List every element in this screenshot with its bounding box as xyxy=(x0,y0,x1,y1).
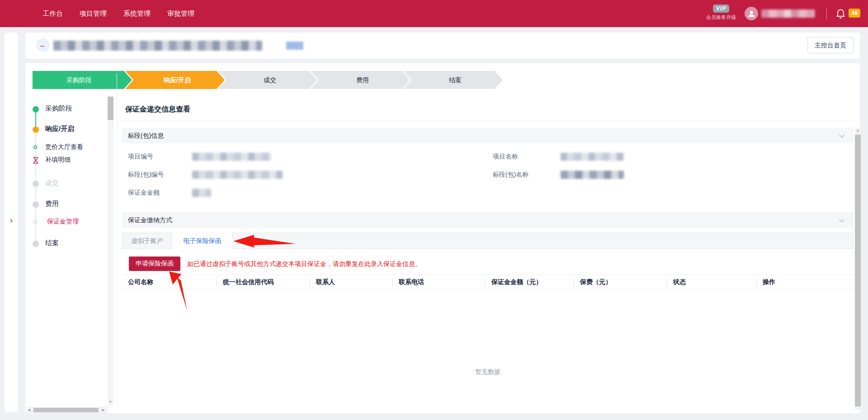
project-header-card: ← 主控台首页 xyxy=(25,33,860,59)
sidebar-horizontal-scroll-thumb[interactable] xyxy=(33,408,99,412)
left-collapse-strip: › xyxy=(5,33,18,412)
timeline-ring-bidding-hall xyxy=(33,145,37,149)
label-deposit-amount: 保证金金额 xyxy=(128,189,160,197)
console-home-button[interactable]: 主控台首页 xyxy=(807,37,854,53)
redacted-deposit-amount xyxy=(192,189,211,197)
sidebar-vertical-scroll-thumb[interactable] xyxy=(108,97,113,120)
step-response-open[interactable]: 响应/开启 xyxy=(125,71,225,89)
nav-divider xyxy=(826,7,827,20)
nav-item-workbench[interactable]: 工作台 xyxy=(42,9,63,18)
col-status: 状态 xyxy=(667,275,757,289)
redacted-project-tag xyxy=(286,42,303,50)
redacted-lot-name xyxy=(561,171,624,179)
sidebar-expand-icon[interactable]: › xyxy=(5,216,18,225)
step-deal[interactable]: 成交 xyxy=(218,71,317,89)
vip-icon: VIP xyxy=(713,5,729,13)
label-lot-number: 标段(包)编号 xyxy=(128,171,164,179)
section-payment-method[interactable]: 保证金缴纳方式 xyxy=(122,212,854,228)
hourglass-icon xyxy=(32,157,39,164)
timeline-dot-deal xyxy=(33,181,39,187)
sidebar-main-divider xyxy=(117,73,117,406)
sidebar-item-supplement-detail[interactable]: 补填明细 xyxy=(45,156,71,164)
content-card: 采购阶段 响应/开启 成交 费用 结案 采购阶段 响应/开启 竞价大厅查看 补填… xyxy=(25,63,860,413)
sidebar-vertical-scrollbar[interactable] xyxy=(108,96,113,399)
col-contact-person: 联系人 xyxy=(310,275,393,289)
label-lot-name: 标段(包)名称 xyxy=(493,171,528,179)
scroll-up-icon[interactable]: ▲ xyxy=(855,127,861,134)
main-vertical-scroll-thumb[interactable] xyxy=(855,135,861,406)
label-project-number: 项目编号 xyxy=(128,153,153,161)
vip-caption: 会员服务升级 xyxy=(702,14,741,21)
col-company-name: 公司名称 xyxy=(122,275,217,289)
redacted-project-number xyxy=(192,153,271,161)
nav-item-approval-management[interactable]: 审批管理 xyxy=(167,9,194,18)
redacted-lot-number xyxy=(192,171,283,179)
section-payment-method-title: 保证金缴纳方式 xyxy=(128,216,172,224)
deposit-warning-text: 如已通过虚拟子账号或其他方式递交本项目保证金，请勿重复在此录入保证金信息。 xyxy=(187,260,421,268)
timeline-ring-deposit xyxy=(33,220,37,224)
title-divider xyxy=(117,121,854,121)
scroll-left-icon[interactable]: ◀ xyxy=(26,407,32,413)
nav-menu: 工作台 项目管理 系统管理 审批管理 xyxy=(42,0,194,27)
redacted-project-name xyxy=(561,153,624,161)
chevron-down-icon[interactable] xyxy=(839,217,844,222)
scroll-down-icon[interactable]: ▼ xyxy=(108,399,113,405)
timeline-dot-response xyxy=(33,126,39,133)
sidebar-item-deal[interactable]: 成交 xyxy=(45,179,59,187)
guarantee-table-header: 公司名称 统一社会信用代码 联系人 联系电话 保证金金额（元） 保费（元） 状态… xyxy=(122,275,854,289)
back-button[interactable]: ← xyxy=(36,38,50,52)
nav-item-project-management[interactable]: 项目管理 xyxy=(80,9,107,18)
page-title: 保证金递交信息查看 xyxy=(125,105,190,114)
section-lot-info-title: 标段(包)信息 xyxy=(128,132,164,139)
empty-data-text: 暂无数据 xyxy=(122,368,854,376)
col-contact-phone: 联系电话 xyxy=(393,275,486,289)
apply-insurance-letter-button[interactable]: 申请保险保函 xyxy=(129,257,180,271)
scroll-right-icon[interactable]: ▶ xyxy=(100,407,106,413)
redacted-project-title xyxy=(53,41,262,51)
label-project-name: 项目名称 xyxy=(493,153,518,161)
sidebar-item-procurement-stage[interactable]: 采购阶段 xyxy=(45,104,72,113)
payment-method-tabs: 虚拟子账户 电子保险保函 xyxy=(122,233,854,249)
col-credit-code: 统一社会信用代码 xyxy=(217,275,310,289)
tab-virtual-subaccount[interactable]: 虚拟子账户 xyxy=(123,233,172,249)
col-deposit-amount: 保证金金额（元） xyxy=(486,275,574,289)
back-arrow-icon: ← xyxy=(39,41,47,49)
nav-item-system-management[interactable]: 系统管理 xyxy=(123,9,151,18)
timeline-dot-procurement xyxy=(33,106,39,112)
section-lot-info[interactable]: 标段(包)信息 xyxy=(122,128,854,143)
sidebar-item-response-open[interactable]: 响应/开启 xyxy=(45,125,74,133)
sidebar-item-fees[interactable]: 费用 xyxy=(45,200,59,208)
tab-electronic-insurance-letter[interactable]: 电子保险保函 xyxy=(172,233,233,249)
sidebar-item-bidding-hall[interactable]: 竞价大厅查看 xyxy=(45,143,83,151)
timeline-dot-fees xyxy=(33,201,39,208)
step-closing[interactable]: 结案 xyxy=(403,71,503,89)
sidebar-item-closing[interactable]: 结案 xyxy=(45,239,59,247)
step-fees[interactable]: 费用 xyxy=(311,71,410,89)
notification-bell-icon[interactable] xyxy=(835,8,846,19)
timeline-dot-closing xyxy=(33,241,39,247)
sidebar-item-deposit-management[interactable]: 保证金管理 xyxy=(47,218,79,226)
top-nav-bar: 工作台 项目管理 系统管理 审批管理 VIP 会员服务升级 46 xyxy=(0,0,868,27)
col-premium: 保费（元） xyxy=(574,275,667,289)
vip-upgrade[interactable]: VIP 会员服务升级 xyxy=(702,4,741,21)
step-procurement-stage[interactable]: 采购阶段 xyxy=(33,71,132,89)
col-actions: 操作 xyxy=(757,275,854,289)
redacted-username xyxy=(761,9,815,18)
notification-count-badge[interactable]: 46 xyxy=(849,9,860,18)
user-avatar[interactable] xyxy=(745,7,758,20)
chevron-down-icon[interactable] xyxy=(839,132,844,137)
person-icon xyxy=(747,9,756,18)
stage-steps: 采购阶段 响应/开启 成交 费用 结案 xyxy=(33,71,505,89)
